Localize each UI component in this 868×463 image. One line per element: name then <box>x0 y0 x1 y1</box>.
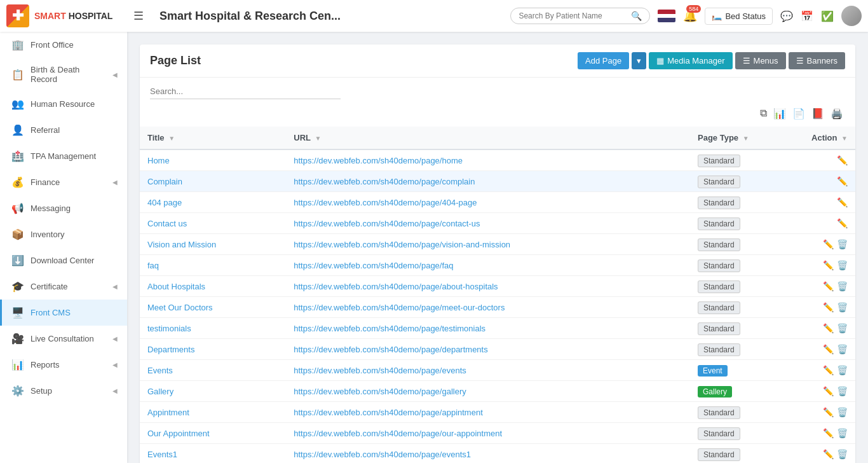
sidebar-item-messaging[interactable]: 📢 Messaging <box>0 195 127 221</box>
avatar[interactable] <box>841 6 862 26</box>
calendar-icon[interactable]: 📅 <box>801 10 813 22</box>
page-title-link[interactable]: About Hospitals <box>147 282 205 291</box>
sidebar-item-front-office[interactable]: 🏢 Front Office <box>0 32 127 58</box>
sidebar-item-reports[interactable]: 📊 Reports ◀ <box>0 352 127 378</box>
page-url-link[interactable]: https://dev.webfeb.com/sh40demo/page/eve… <box>294 366 466 375</box>
delete-button[interactable]: 🗑️ <box>837 407 848 417</box>
bed-status-button[interactable]: 🛏️ Bed Status <box>705 8 773 25</box>
edit-button[interactable]: ✏️ <box>823 386 834 396</box>
delete-button[interactable]: 🗑️ <box>837 302 848 312</box>
edit-button[interactable]: ✏️ <box>823 449 834 459</box>
page-type-badge: Standard <box>698 238 740 251</box>
sidebar-item-certificate[interactable]: 🎓 Certificate ◀ <box>0 273 127 300</box>
sidebar-item-download-center[interactable]: ⬇️ Download Center <box>0 247 127 273</box>
sidebar-item-human-resource[interactable]: 👥 Human Resource <box>0 91 127 117</box>
sidebar-item-tpa-management[interactable]: 🏥 TPA Management <box>0 143 127 169</box>
edit-button[interactable]: ✏️ <box>837 155 848 165</box>
search-box[interactable]: 🔍 <box>510 8 650 24</box>
page-url-link[interactable]: https://dev.webfeb.com/sh40demo/page/mee… <box>294 303 505 312</box>
sort-title-icon[interactable]: ▼ <box>168 135 175 142</box>
sidebar-item-finance[interactable]: 💰 Finance ◀ <box>0 169 127 195</box>
delete-button[interactable]: 🗑️ <box>837 386 848 396</box>
cell-title: Events1 <box>140 444 286 464</box>
sidebar-item-front-cms[interactable]: 🖥️ Front CMS <box>0 300 127 326</box>
edit-button[interactable]: ✏️ <box>823 365 834 375</box>
page-title-link[interactable]: Appintment <box>147 408 189 417</box>
page-url-link[interactable]: https://dev.webfeb.com/sh40demo/page/abo… <box>294 282 498 291</box>
page-title-link[interactable]: 404 page <box>147 198 182 207</box>
page-url-link[interactable]: https://dev.webfeb.com/sh40demo/page/our… <box>294 429 502 438</box>
page-title-link[interactable]: Vision and Mission <box>147 240 216 249</box>
page-url-link[interactable]: https://dev.webfeb.com/sh40demo/page/com… <box>294 177 475 186</box>
edit-button[interactable]: ✏️ <box>823 260 834 270</box>
page-title-link[interactable]: Events <box>147 366 173 375</box>
delete-button[interactable]: 🗑️ <box>837 260 848 270</box>
chevron-left-finance-icon: ◀ <box>112 179 118 186</box>
edit-button[interactable]: ✏️ <box>823 281 834 291</box>
notification-bell[interactable]: 🔔 584 <box>683 9 697 23</box>
add-page-dropdown-button[interactable]: ▾ <box>632 52 646 69</box>
page-title-link[interactable]: Contact us <box>147 219 187 228</box>
page-title-link[interactable]: Gallery <box>147 387 173 396</box>
sort-action-icon[interactable]: ▼ <box>841 135 848 142</box>
table-search-input[interactable] <box>150 84 341 99</box>
flag-icon[interactable] <box>658 10 675 22</box>
cell-action: ✏️ <box>792 192 855 213</box>
page-title-link[interactable]: Departments <box>147 345 194 354</box>
sort-url-icon[interactable]: ▼ <box>315 135 321 142</box>
hamburger-menu[interactable]: ☰ <box>133 9 144 23</box>
whatsapp-icon[interactable]: 💬 <box>780 10 793 22</box>
page-url-link[interactable]: https://dev.webfeb.com/sh40demo/page/app… <box>294 408 483 417</box>
page-url-link[interactable]: https://dev.webfeb.com/sh40demo/page/dep… <box>294 345 487 354</box>
sort-pagetype-icon[interactable]: ▼ <box>743 135 749 142</box>
edit-button[interactable]: ✏️ <box>823 428 834 438</box>
delete-button[interactable]: 🗑️ <box>837 239 848 249</box>
page-title-link[interactable]: Our Appointment <box>147 429 210 438</box>
print-icon[interactable]: 🖨️ <box>829 106 845 121</box>
page-url-link[interactable]: https://dev.webfeb.com/sh40demo/page/hom… <box>294 156 463 165</box>
edit-button[interactable]: ✏️ <box>837 176 848 186</box>
pdf-icon[interactable]: 📕 <box>810 106 826 121</box>
delete-button[interactable]: 🗑️ <box>837 365 848 375</box>
sidebar-item-referral[interactable]: 👤 Referral <box>0 117 127 143</box>
media-manager-button[interactable]: ▦ Media Manager <box>649 52 732 69</box>
sidebar-item-birth-death[interactable]: 📋 Birth & Death Record ◀ <box>0 58 127 91</box>
page-title-link[interactable]: testimonials <box>147 324 191 333</box>
page-title-link[interactable]: Meet Our Doctors <box>147 303 213 312</box>
menus-button[interactable]: ☰ Menus <box>735 52 786 69</box>
page-title-link[interactable]: Events1 <box>147 450 177 459</box>
delete-button[interactable]: 🗑️ <box>837 449 848 459</box>
edit-button[interactable]: ✏️ <box>823 302 834 312</box>
sidebar-item-live-consultation[interactable]: 🎥 Live Consultation ◀ <box>0 326 127 352</box>
page-title-link[interactable]: Home <box>147 156 170 165</box>
search-input[interactable] <box>519 11 631 20</box>
edit-button[interactable]: ✏️ <box>823 344 834 354</box>
page-title-link[interactable]: Complain <box>147 177 182 186</box>
edit-button[interactable]: ✏️ <box>837 218 848 228</box>
delete-button[interactable]: 🗑️ <box>837 428 848 438</box>
page-url-link[interactable]: https://dev.webfeb.com/sh40demo/page/vis… <box>294 240 510 249</box>
banners-button[interactable]: ☰ Banners <box>789 52 845 69</box>
page-title-link[interactable]: faq <box>147 261 159 270</box>
csv-icon[interactable]: 📄 <box>790 106 807 121</box>
edit-button[interactable]: ✏️ <box>823 407 834 417</box>
edit-button[interactable]: ✏️ <box>823 323 834 333</box>
excel-icon[interactable]: 📊 <box>771 106 788 121</box>
edit-button[interactable]: ✏️ <box>837 197 848 207</box>
delete-button[interactable]: 🗑️ <box>837 281 848 291</box>
page-url-link[interactable]: https://dev.webfeb.com/sh40demo/page/eve… <box>294 450 471 459</box>
edit-button[interactable]: ✏️ <box>823 239 834 249</box>
delete-button[interactable]: 🗑️ <box>837 344 848 354</box>
sidebar-item-inventory[interactable]: 📦 Inventory <box>0 221 127 247</box>
add-page-button[interactable]: Add Page <box>578 52 629 69</box>
tasks-icon[interactable]: ✅ <box>821 10 834 22</box>
copy-icon[interactable]: ⧉ <box>758 106 769 121</box>
page-url-link[interactable]: https://dev.webfeb.com/sh40demo/page/404… <box>294 198 477 207</box>
page-url-link[interactable]: https://dev.webfeb.com/sh40demo/page/tes… <box>294 324 485 333</box>
page-url-link[interactable]: https://dev.webfeb.com/sh40demo/page/con… <box>294 219 480 228</box>
page-url-link[interactable]: https://dev.webfeb.com/sh40demo/page/faq <box>294 261 453 270</box>
sidebar-item-setup[interactable]: ⚙️ Setup ◀ <box>0 378 127 404</box>
delete-button[interactable]: 🗑️ <box>837 323 848 333</box>
page-url-link[interactable]: https://dev.webfeb.com/sh40demo/page/gal… <box>294 387 466 396</box>
sidebar-label-referral: Referral <box>31 125 118 135</box>
